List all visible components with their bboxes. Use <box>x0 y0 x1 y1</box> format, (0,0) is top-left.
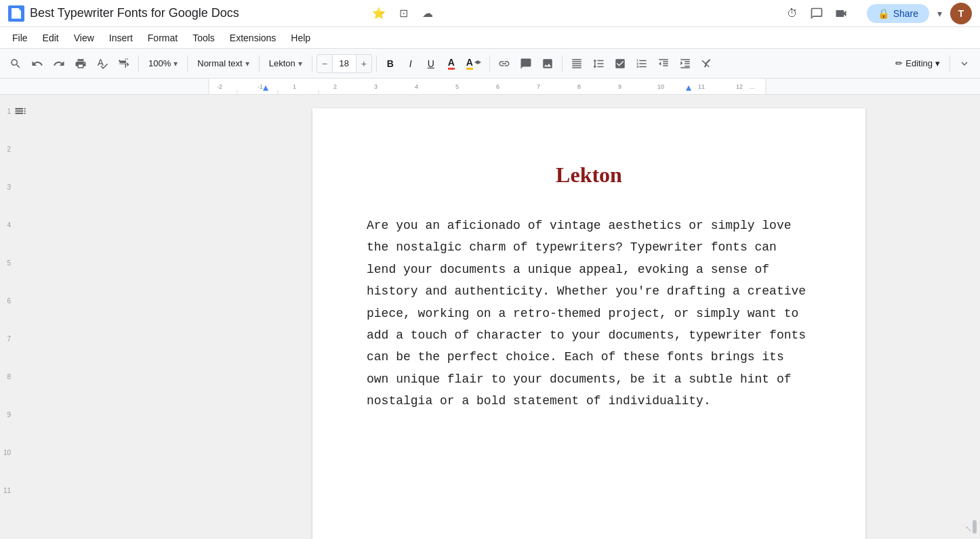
toolbar: 100% ▾ Normal text ▾ Lekton ▾ − + B I U … <box>0 49 980 79</box>
insert-image-button[interactable] <box>537 53 558 74</box>
decrease-indent-button[interactable] <box>653 53 674 74</box>
svg-text:2: 2 <box>333 83 337 90</box>
svg-rect-0 <box>0 79 209 95</box>
toolbar-separator-5 <box>376 56 377 72</box>
zoom-arrow: ▾ <box>173 59 178 68</box>
menu-insert[interactable]: Insert <box>102 30 140 46</box>
toolbar-separator-6 <box>489 56 490 72</box>
font-select-label: Lekton <box>269 58 295 68</box>
document-body[interactable]: Are you an aficionado of vintage aesthet… <box>367 215 811 412</box>
redo-button[interactable] <box>49 53 69 74</box>
menu-extensions[interactable]: Extensions <box>223 30 283 46</box>
svg-text:4: 4 <box>415 83 418 90</box>
ruler: -2 -1 1 2 3 4 5 6 7 8 9 10 11 12 ... <box>0 79 980 95</box>
right-resize-handle[interactable] <box>969 95 980 539</box>
menu-file[interactable]: File <box>5 30 35 46</box>
editing-mode-button[interactable]: ✏ Editing ▾ <box>890 53 945 74</box>
checklist-button[interactable] <box>610 53 630 74</box>
meet-icon[interactable] <box>832 4 851 23</box>
font-size-increase-button[interactable]: + <box>356 54 371 73</box>
title-bar: Best Typewriter Fonts for Google Docs ⭐ … <box>0 0 980 27</box>
editing-mode-label: Editing <box>905 58 933 68</box>
document-area[interactable]: Lekton Are you an aficionado of vintage … <box>209 95 969 539</box>
svg-text:5: 5 <box>455 83 459 90</box>
google-docs-icon <box>8 5 24 22</box>
font-size-control: − + <box>317 54 372 73</box>
clear-formatting-button[interactable] <box>697 53 717 74</box>
spellcheck-button[interactable] <box>92 53 113 74</box>
insert-comment-button[interactable] <box>516 53 536 74</box>
cloud-save-icon[interactable]: ☁ <box>418 4 437 23</box>
link-button[interactable] <box>494 53 514 74</box>
bottom-right-resize[interactable]: ⤡ <box>965 524 975 534</box>
svg-text:9: 9 <box>618 83 621 90</box>
menu-view[interactable]: View <box>67 30 101 46</box>
svg-text:8: 8 <box>577 83 581 90</box>
comments-icon[interactable] <box>807 4 826 23</box>
numlist-button[interactable] <box>632 53 652 74</box>
align-button[interactable] <box>567 53 587 74</box>
svg-text:12: 12 <box>736 83 743 90</box>
underline-button[interactable]: U <box>422 53 441 74</box>
menu-edit[interactable]: Edit <box>36 30 66 46</box>
toolbar-separator-2 <box>187 56 188 72</box>
font-size-decrease-button[interactable]: − <box>317 54 332 73</box>
toolbar-separator-8 <box>950 56 950 72</box>
highlight-button[interactable]: A <box>462 53 485 74</box>
paragraph-style-arrow: ▾ <box>245 59 249 68</box>
toolbar-separator-7 <box>562 56 563 72</box>
document-paragraph: Are you an aficionado of vintage aesthet… <box>367 215 811 412</box>
italic-button[interactable]: I <box>401 53 420 74</box>
user-avatar[interactable]: T <box>950 3 972 24</box>
zoom-select[interactable]: 100% ▾ <box>143 53 183 74</box>
svg-text:-2: -2 <box>217 83 222 90</box>
drive-icon[interactable]: ⊡ <box>394 4 413 23</box>
menu-bar: File Edit View Insert Format Tools Exten… <box>0 27 980 49</box>
zoom-label: 100% <box>148 58 171 68</box>
toolbar-separator-1 <box>138 56 139 72</box>
bold-button[interactable]: B <box>381 53 400 74</box>
share-dropdown-arrow[interactable]: ▾ <box>935 5 945 22</box>
svg-text:7: 7 <box>537 83 540 90</box>
svg-text:1: 1 <box>293 83 296 90</box>
svg-text:3: 3 <box>374 83 377 90</box>
menu-format[interactable]: Format <box>141 30 184 46</box>
document-page[interactable]: Lekton Are you an aficionado of vintage … <box>312 108 865 539</box>
svg-rect-1 <box>766 79 980 95</box>
paragraph-style-label: Normal text <box>197 58 242 68</box>
undo-button[interactable] <box>27 53 47 74</box>
share-button[interactable]: 🔒 Share <box>867 4 929 23</box>
paragraph-style-select[interactable]: Normal text ▾ <box>192 53 254 74</box>
font-select-arrow: ▾ <box>298 59 302 68</box>
paint-format-button[interactable] <box>114 53 134 74</box>
menu-tools[interactable]: Tools <box>186 30 222 46</box>
svg-text:...: ... <box>750 83 755 90</box>
outline-icon[interactable] <box>14 104 27 121</box>
svg-text:10: 10 <box>657 83 664 90</box>
expand-button[interactable] <box>954 53 975 74</box>
menu-help[interactable]: Help <box>284 30 317 46</box>
document-heading: Lekton <box>367 163 811 188</box>
font-select[interactable]: Lekton ▾ <box>264 53 308 74</box>
share-label: Share <box>893 8 918 19</box>
left-sidebar: 1 2 3 4 5 6 7 8 9 10 11 <box>0 95 209 539</box>
toolbar-separator-3 <box>259 56 260 72</box>
text-color-button[interactable]: A <box>442 53 461 74</box>
svg-text:11: 11 <box>698 83 705 90</box>
editing-pencil-icon: ✏ <box>895 58 903 68</box>
star-icon[interactable]: ⭐ <box>369 4 388 23</box>
search-button[interactable] <box>5 53 26 74</box>
increase-indent-button[interactable] <box>675 53 695 74</box>
main-content: 1 2 3 4 5 6 7 8 9 10 11 Lekton Are you a… <box>0 95 980 539</box>
history-icon[interactable]: ⏱ <box>783 4 802 23</box>
editing-mode-arrow: ▾ <box>935 58 940 68</box>
toolbar-separator-4 <box>312 56 312 72</box>
print-button[interactable] <box>70 53 91 74</box>
document-title: Best Typewriter Fonts for Google Docs <box>30 6 364 20</box>
svg-text:-1: -1 <box>258 83 263 90</box>
font-size-input[interactable] <box>332 54 356 73</box>
lock-icon: 🔒 <box>878 8 889 19</box>
line-spacing-button[interactable] <box>588 53 609 74</box>
svg-text:6: 6 <box>496 83 499 90</box>
